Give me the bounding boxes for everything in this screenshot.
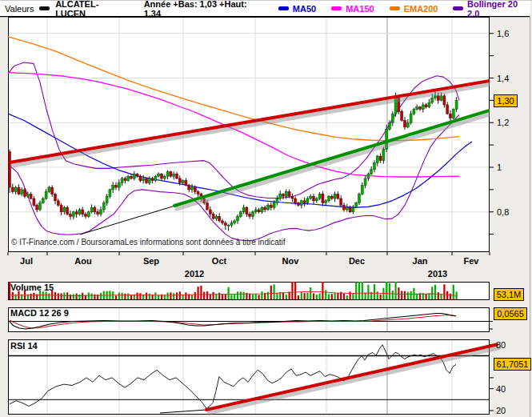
volume-panel-title: Volume 15 xyxy=(10,283,54,292)
chart-canvas[interactable] xyxy=(0,1,532,417)
instrument-swatch-icon xyxy=(39,6,50,10)
year-range-label: Année +Bas: 1,03 +Haut: 1,34 xyxy=(144,0,263,18)
x-axis-month-label: Sep xyxy=(143,256,159,266)
x-axis-month-label: Dec xyxy=(349,256,365,266)
price-axis-label: 1,6 xyxy=(497,29,509,38)
x-axis-month-label: Jul xyxy=(20,256,33,266)
volume-value-badge: 53,1M xyxy=(494,288,524,301)
stock-chart-window: Valeurs ALCATEL-LUCEN Année +Bas: 1,03 +… xyxy=(0,0,532,417)
x-axis-month-label: Fev xyxy=(464,256,479,266)
ema200-swatch-icon xyxy=(390,6,400,10)
ma50-swatch-icon xyxy=(278,6,289,10)
instrument-name[interactable]: ALCATEL-LUCEN xyxy=(55,0,127,18)
copyright-text: © IT-Finance.com / BoursoramaLes informa… xyxy=(11,238,286,247)
legend-item-ma150[interactable]: MA150 xyxy=(331,4,374,14)
ma50-label: MA50 xyxy=(293,4,316,14)
x-axis-month-label: Jan xyxy=(413,256,428,266)
price-axis-label: 0,8 xyxy=(497,207,509,217)
x-axis-month-label: Oct xyxy=(212,256,226,266)
rsi-axis-label: 80 xyxy=(496,340,506,350)
x-axis-month-label: Nov xyxy=(282,256,299,266)
legend-item-bollinger[interactable]: Bollinger 20 2.0 xyxy=(453,0,530,18)
macd-value-badge: 0,0565 xyxy=(494,307,527,320)
price-axis-label: 1 xyxy=(497,162,502,172)
price-axis-label: 1,4 xyxy=(497,74,509,83)
ma150-label: MA150 xyxy=(346,4,374,14)
rsi-panel-title: RSI 14 xyxy=(10,341,38,351)
bollinger-label: Bollinger 20 2.0 xyxy=(467,0,530,18)
price-axis-label: 1,2 xyxy=(497,118,509,127)
x-axis-year-label: 2013 xyxy=(428,269,447,279)
bollinger-swatch-icon xyxy=(453,6,463,10)
chart-legend-bar: Valeurs ALCATEL-LUCEN Année +Bas: 1,03 +… xyxy=(0,1,530,16)
ma150-swatch-icon xyxy=(331,6,342,10)
rsi-axis-label: 20 xyxy=(496,406,506,415)
legend-item-ema200[interactable]: EMA200 xyxy=(390,4,438,14)
legend-item-ma50[interactable]: MA50 xyxy=(278,4,316,14)
rsi-axis-label: 40 xyxy=(496,384,506,394)
valeurs-label: Valeurs xyxy=(5,4,34,14)
macd-panel-title: MACD 12 26 9 xyxy=(10,308,69,318)
x-axis-year-label: 2012 xyxy=(185,269,204,279)
ema200-label: EMA200 xyxy=(404,4,438,14)
x-axis-month-label: Aou xyxy=(74,256,91,266)
rsi-value-badge: 61,7051 xyxy=(494,358,531,371)
last-price-badge: 1,30 xyxy=(494,94,518,107)
